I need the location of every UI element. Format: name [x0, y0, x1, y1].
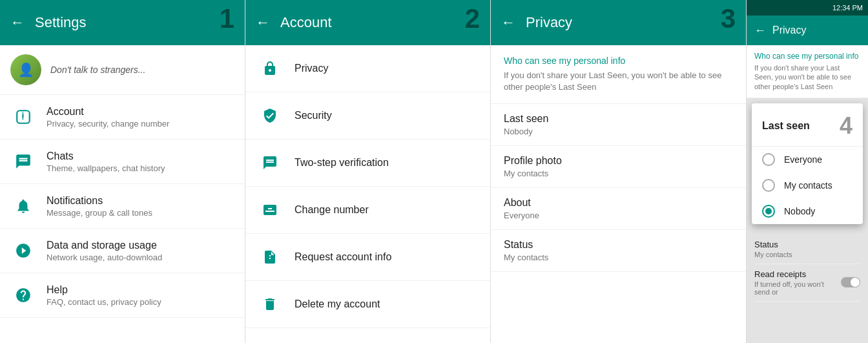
settings-panel: ← Settings 1 👤 Don't talk to strangers..… — [0, 0, 245, 343]
account-menu-security[interactable]: Security — [245, 92, 490, 140]
account-menu-delete[interactable]: Delete my account — [245, 281, 490, 328]
account-menu-two-step[interactable]: Two-step verification — [245, 140, 490, 187]
status-value: My contacts — [504, 253, 733, 262]
privacy-header: ← Privacy 3 — [491, 0, 746, 45]
profile-photo-label: Profile photo — [504, 155, 733, 167]
radio-my-contacts-label: My contacts — [784, 180, 832, 191]
profile-subtitle: Don't talk to strangers... — [50, 65, 145, 75]
privacy-status[interactable]: Status My contacts — [491, 230, 746, 272]
chats-text: Chats Theme, wallpapers, chat history — [46, 151, 234, 173]
privacy-icon — [258, 57, 282, 80]
radio-nobody[interactable]: Nobody — [752, 198, 863, 224]
settings-title: Settings — [35, 14, 234, 31]
privacy-last-seen[interactable]: Last seen Nobody — [491, 104, 746, 146]
read-receipts-row: Read receipts If turned off, you won't s… — [754, 269, 860, 296]
account-header: ← Account 2 — [245, 0, 490, 45]
notifications-text: Notifications Message, group & call tone… — [46, 195, 234, 218]
delete-label: Delete my account — [294, 298, 380, 310]
account-number: 2 — [465, 5, 480, 32]
inner-status-value: My contacts — [754, 251, 860, 258]
change-number-icon — [258, 198, 282, 222]
settings-number: 1 — [220, 5, 234, 32]
inner-privacy-items: Status My contacts Read receipts If turn… — [747, 229, 868, 307]
help-text: Help FAQ, contact us, privacy policy — [46, 284, 234, 307]
menu-item-chats[interactable]: Chats Theme, wallpapers, chat history — [0, 140, 245, 184]
help-sublabel: FAQ, contact us, privacy policy — [46, 297, 234, 307]
menu-item-account[interactable]: Account Privacy, security, change number — [0, 95, 245, 140]
dialog-title-text: Last seen — [762, 120, 810, 132]
radio-my-contacts[interactable]: My contacts — [752, 172, 863, 198]
data-icon — [10, 238, 36, 264]
privacy-number: 3 — [721, 5, 736, 32]
read-receipts-desc: If turned off, you won't send or — [754, 280, 841, 296]
privacy-panel: ← Privacy 3 Who can see my personal info… — [491, 0, 747, 343]
privacy-profile-photo[interactable]: Profile photo My contacts — [491, 146, 746, 188]
menu-item-help[interactable]: Help FAQ, contact us, privacy policy — [0, 273, 245, 318]
inner-privacy-info-block: Who can see my personal info If you don'… — [747, 45, 868, 98]
request-info-label: Request account info — [294, 251, 391, 263]
account-menu-request-info[interactable]: Request account info — [245, 234, 490, 281]
radio-everyone[interactable]: Everyone — [752, 147, 863, 172]
profile-photo-value: My contacts — [504, 169, 733, 178]
inner-privacy-title: Privacy — [772, 25, 806, 36]
chats-label: Chats — [46, 151, 234, 162]
account-menu-list: Privacy Security Two-step verification C… — [245, 45, 490, 343]
privacy-back-button[interactable]: ← — [501, 14, 515, 31]
avatar: 👤 — [10, 54, 41, 85]
account-text: Account Privacy, security, change number — [46, 106, 234, 129]
notifications-icon — [10, 193, 36, 219]
status-bar: 12:34 PM — [747, 0, 868, 16]
last-seen-label: Last seen — [504, 113, 733, 125]
radio-everyone-label: Everyone — [784, 154, 822, 165]
delete-icon — [258, 293, 282, 316]
last-seen-dialog: Last seen 4 Everyone My contacts Nobody — [752, 103, 863, 224]
status-bar-time: 12:34 PM — [832, 4, 863, 12]
inner-back-button[interactable]: ← — [754, 24, 766, 37]
inner-status-item[interactable]: Status My contacts — [754, 234, 860, 264]
security-label: Security — [294, 110, 332, 121]
menu-item-notifications[interactable]: Notifications Message, group & call tone… — [0, 184, 245, 229]
two-step-icon — [258, 151, 282, 174]
avatar-image: 👤 — [10, 54, 41, 85]
privacy-menu-list: Last seen Nobody Profile photo My contac… — [491, 104, 746, 343]
privacy-info-desc: If you don't share your Last Seen, you w… — [504, 70, 733, 93]
help-icon — [10, 282, 36, 308]
profile-row[interactable]: 👤 Don't talk to strangers... — [0, 45, 245, 95]
about-value: Everyone — [504, 211, 733, 220]
privacy-info-title: Who can see my personal info — [504, 56, 733, 66]
settings-back-button[interactable]: ← — [10, 14, 25, 31]
privacy-label: Privacy — [294, 63, 328, 74]
inner-privacy-info-desc: If you don't share your Last Seen, you w… — [754, 63, 860, 91]
help-label: Help — [46, 284, 234, 296]
data-sublabel: Network usage, auto-download — [46, 253, 234, 262]
two-step-label: Two-step verification — [294, 157, 389, 169]
settings-header: ← Settings 1 — [0, 0, 245, 45]
privacy-info-block: Who can see my personal info If you don'… — [491, 45, 746, 104]
privacy-about[interactable]: About Everyone — [491, 188, 746, 230]
phone-overlay-panel: 12:34 PM ← Privacy Who can see my person… — [747, 0, 868, 343]
request-info-icon — [258, 245, 282, 269]
chats-icon — [10, 149, 36, 174]
read-receipts-toggle[interactable] — [841, 277, 860, 287]
chats-sublabel: Theme, wallpapers, chat history — [46, 163, 234, 173]
account-menu-privacy[interactable]: Privacy — [245, 45, 490, 92]
dialog-number: 4 — [840, 112, 852, 140]
account-menu-change-number[interactable]: Change number — [245, 187, 490, 234]
radio-everyone-circle — [762, 153, 775, 166]
read-receipts-label: Read receipts — [754, 269, 841, 279]
menu-item-data[interactable]: Data and storage usage Network usage, au… — [0, 229, 245, 273]
account-panel: ← Account 2 Privacy Security — [245, 0, 491, 343]
account-icon — [10, 104, 36, 130]
status-label: Status — [504, 239, 733, 251]
about-label: About — [504, 197, 733, 209]
inner-read-receipts-item[interactable]: Read receipts If turned off, you won't s… — [754, 264, 860, 302]
data-label: Data and storage usage — [46, 240, 234, 251]
inner-privacy-info-title: Who can see my personal info — [754, 52, 860, 61]
account-back-button[interactable]: ← — [256, 14, 270, 31]
account-title: Account — [280, 14, 480, 31]
notifications-label: Notifications — [46, 195, 234, 207]
notifications-sublabel: Message, group & call tones — [46, 208, 234, 218]
security-icon — [258, 104, 282, 127]
read-receipts-text-block: Read receipts If turned off, you won't s… — [754, 269, 841, 296]
inner-privacy-header: ← Privacy — [747, 16, 868, 45]
